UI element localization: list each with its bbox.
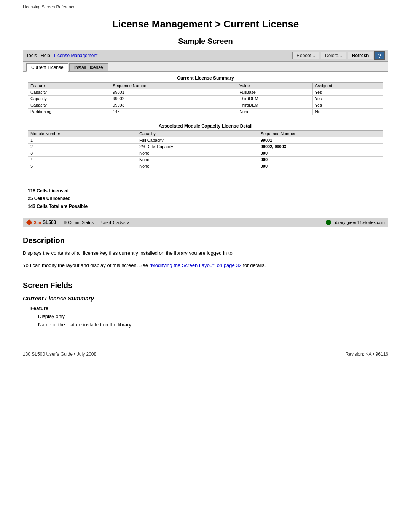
- product-name: SL500: [43, 220, 56, 225]
- tab-bar: Current License Install License: [23, 62, 388, 72]
- library-icon: [326, 220, 331, 225]
- subsection-current-license-summary: Current License Summary: [23, 295, 388, 302]
- modifying-link[interactable]: “Modifying the Screen Layout” on page 32: [150, 262, 242, 268]
- description-para-2: You can modify the layout and display of…: [23, 262, 388, 269]
- sample-screen-heading: Sample Screen: [0, 37, 411, 46]
- footer-right: Revision: KA • 96116: [346, 351, 388, 357]
- screen-fields-heading: Screen Fields: [23, 281, 388, 290]
- screen-content: Current License Summary Feature Sequence…: [23, 72, 388, 218]
- stat-item: 25 Cells Unlicensed: [28, 195, 383, 202]
- col-capacity: Capacity: [137, 131, 258, 137]
- menu-help[interactable]: Help: [41, 53, 50, 58]
- footer-left: 130 SL500 User’s Guide • July 2008: [23, 351, 96, 357]
- comm-status-label: Comm Status: [68, 220, 94, 225]
- table-row: 22/3 DEM Capacity99002, 99003: [28, 144, 383, 150]
- sun-logo-icon: [26, 219, 32, 225]
- screen-fields-section: Screen Fields Current License Summary Fe…: [0, 273, 411, 328]
- library-label: Library:green11.stortek.com: [333, 220, 385, 225]
- table-row: 5None000: [28, 163, 383, 169]
- stat-item: 143 Cells Total are Possible: [28, 203, 383, 210]
- sample-screen: Tools Help License Management Reboot... …: [23, 50, 388, 227]
- comm-dot-icon: [64, 221, 67, 224]
- description-section: Description Displays the contents of all…: [0, 227, 411, 269]
- col-value: Value: [237, 83, 313, 89]
- table-row: Capacity99003ThirdDEMYes: [28, 102, 383, 109]
- toolbar-buttons: Reboot... Delete... Refresh ?: [292, 51, 385, 60]
- table-row: 3None000: [28, 150, 383, 157]
- module-capacity-title: Associated Module Capacity License Detai…: [28, 123, 383, 129]
- page-footer: 130 SL500 User’s Guide • July 2008 Revis…: [0, 340, 411, 364]
- table-row: Partitioning145NoneNo: [28, 109, 383, 115]
- module-capacity-table: Module Number Capacity Sequence Number 1…: [28, 130, 383, 169]
- delete-button[interactable]: Delete...: [321, 52, 346, 59]
- toolbar-menu: Tools Help License Management: [26, 53, 291, 58]
- sun-text: Sun: [34, 220, 41, 225]
- col-sequence: Sequence Number: [110, 83, 237, 89]
- stat-item: 118 Cells Licensed: [28, 187, 383, 195]
- current-license-summary-title: Current License Summary: [28, 75, 383, 81]
- sun-product: Sun SL500: [26, 219, 56, 225]
- comm-status: Comm Status: [64, 220, 94, 225]
- stats-area: 118 Cells Licensed25 Cells Unlicensed143…: [28, 183, 383, 214]
- table-row: Capacity99001FullBaseYes: [28, 89, 383, 96]
- reboot-button[interactable]: Reboot...: [292, 52, 319, 59]
- col-seq-num: Sequence Number: [258, 131, 383, 137]
- tab-current-license[interactable]: Current License: [26, 63, 68, 72]
- col-feature: Feature: [28, 83, 110, 89]
- menu-license-management[interactable]: License Management: [54, 53, 98, 58]
- col-module: Module Number: [28, 131, 137, 137]
- toolbar: Tools Help License Management Reboot... …: [23, 50, 388, 62]
- field-feature-label: Feature: [23, 305, 388, 311]
- table-row: 1Full Capacity99001: [28, 137, 383, 144]
- field-feature-desc-1: Display only.: [23, 313, 388, 320]
- current-license-summary-table: Feature Sequence Number Value Assigned C…: [28, 82, 383, 115]
- breadcrumb: Licensing Screen Reference: [0, 0, 411, 11]
- menu-tools[interactable]: Tools: [26, 53, 37, 58]
- description-para-1: Displays the contents of all license key…: [23, 249, 388, 257]
- field-feature-desc-2: Name of the feature installed on the lib…: [23, 321, 388, 329]
- table-row: Capacity99002ThirdDEMYes: [28, 96, 383, 102]
- library-info: Library:green11.stortek.com: [326, 220, 385, 225]
- page-title: License Management > Current License: [0, 18, 411, 30]
- user-id: UserID: advsrv: [101, 220, 129, 225]
- tab-install-license[interactable]: Install License: [69, 63, 108, 71]
- help-button[interactable]: ?: [374, 51, 385, 60]
- col-assigned: Assigned: [312, 83, 383, 89]
- refresh-button[interactable]: Refresh: [348, 52, 373, 59]
- status-bar: Sun SL500 Comm Status UserID: advsrv Lib…: [23, 218, 388, 227]
- description-heading: Description: [23, 236, 388, 245]
- table-row: 4None000: [28, 157, 383, 163]
